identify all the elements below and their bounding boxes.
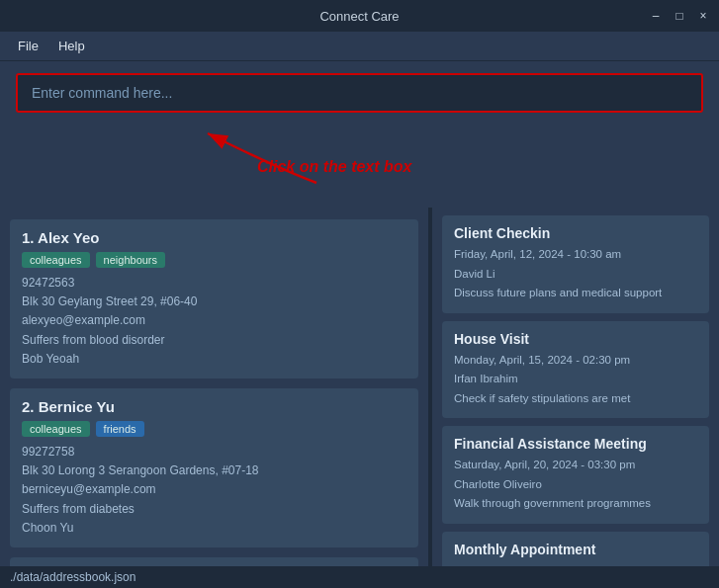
appointments-panel: Client CheckinFriday, April, 12, 2024 - …: [432, 208, 719, 566]
window-controls: – □ ×: [648, 8, 711, 24]
contact-tag: friends: [96, 421, 144, 437]
contact-name: 1. Alex Yeo: [22, 229, 406, 246]
contact-card[interactable]: 1. Alex Yeocolleaguesneighbours92472563B…: [10, 219, 418, 378]
status-text: ./data/addressbook.json: [10, 570, 135, 584]
maximize-button[interactable]: □: [672, 8, 687, 24]
appointment-details: Monday, April, 15, 2024 - 02:30 pmIrfan …: [454, 351, 697, 409]
contact-info: 99272758Blk 30 Lorong 3 Serangoon Garden…: [22, 443, 406, 538]
appointment-card[interactable]: House VisitMonday, April, 15, 2024 - 02:…: [442, 321, 709, 419]
contact-card[interactable]: 3. Charlotte Oliveironeighbours: [10, 557, 418, 566]
appointment-title: Client Checkin: [454, 225, 697, 241]
click-annotation-label: Click on the text box: [257, 158, 411, 176]
minimize-button[interactable]: –: [648, 8, 664, 24]
command-input[interactable]: [16, 73, 703, 113]
appointment-card[interactable]: Client CheckinFriday, April, 12, 2024 - …: [442, 215, 709, 313]
menu-help[interactable]: Help: [48, 35, 95, 57]
title-bar: Connect Care – □ ×: [0, 0, 719, 32]
contacts-panel: 1. Alex Yeocolleaguesneighbours92472563B…: [0, 208, 432, 566]
contact-tags: colleaguesneighbours: [22, 252, 406, 268]
appointment-card[interactable]: Monthly AppointmentWednesday, May, 01, 2…: [442, 532, 709, 566]
appointment-title: House Visit: [454, 331, 697, 347]
annotation-area: Click on the text box: [0, 128, 719, 208]
contact-name: 2. Bernice Yu: [22, 398, 406, 415]
appointment-details: Saturday, April, 20, 2024 - 03:30 pmChar…: [454, 456, 697, 514]
contact-tag: colleagues: [22, 421, 90, 437]
main-content: 1. Alex Yeocolleaguesneighbours92472563B…: [0, 208, 719, 566]
contact-tags: colleaguesfriends: [22, 421, 406, 437]
close-button[interactable]: ×: [695, 8, 711, 24]
contact-tag: neighbours: [96, 252, 165, 268]
menu-file[interactable]: File: [8, 35, 48, 57]
menu-bar: File Help: [0, 32, 719, 61]
appointment-card[interactable]: Financial Assistance MeetingSaturday, Ap…: [442, 426, 709, 524]
appointment-details: Friday, April, 12, 2024 - 10:30 amDavid …: [454, 245, 697, 303]
contact-card[interactable]: 2. Bernice Yucolleaguesfriends99272758Bl…: [10, 388, 418, 547]
contact-info: 92472563Blk 30 Geylang Street 29, #06-40…: [22, 274, 406, 369]
appointment-title: Monthly Appointment: [454, 542, 697, 557]
appointment-title: Financial Assistance Meeting: [454, 436, 697, 452]
status-bar: ./data/addressbook.json: [0, 566, 719, 588]
contact-tag: colleagues: [22, 252, 90, 268]
app-title: Connect Care: [319, 9, 399, 24]
